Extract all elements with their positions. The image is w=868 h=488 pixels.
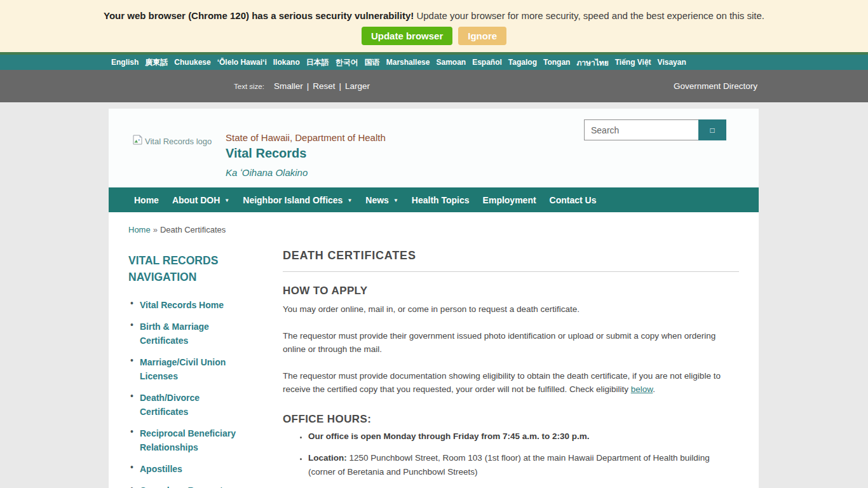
text-size-larger-link[interactable]: Larger (345, 81, 370, 91)
sidebar-item-marriage-civil-union-licenses: Marriage/Civil Union Licenses (128, 355, 243, 383)
sidebar-item-genealogy-requests: Genealogy Requests (128, 484, 243, 488)
sidebar-item-death-divorce-certificates: Death/Divorce Certificates (128, 391, 243, 419)
site-titles: State of Hawaii, Department of Health Vi… (226, 132, 386, 178)
breadcrumb-current: Death Certificates (160, 225, 226, 234)
content-area: VITAL RECORDS NAVIGATION Vital Records H… (109, 249, 759, 488)
site-card: Vital Records logo State of Hawaii, Depa… (109, 109, 759, 488)
language-link-tongan[interactable]: Tongan (543, 58, 570, 67)
government-directory-link[interactable]: Government Directory (674, 81, 757, 91)
breadcrumb-separator: » (153, 225, 158, 234)
text-size-smaller-link[interactable]: Smaller (274, 81, 303, 91)
sidebar: VITAL RECORDS NAVIGATION Vital Records H… (128, 249, 283, 488)
language-link-english[interactable]: English (111, 58, 139, 67)
sidebar-item-reciprocal-beneficiary-relationships: Reciprocal Beneficiary Relationships (128, 426, 243, 454)
eligibility-below-link[interactable]: below (631, 384, 653, 394)
site-header: Vital Records logo State of Hawaii, Depa… (109, 109, 759, 187)
warning-buttons: Update browser Ignore (0, 27, 868, 45)
breadcrumb-home-link[interactable]: Home (128, 225, 151, 234)
logo-alt-text: Vital Records logo (145, 137, 212, 146)
search-box: □ (584, 119, 726, 140)
language-link-thai[interactable]: ภาษาไทย (576, 57, 608, 69)
language-link-marshallese[interactable]: Marshallese (386, 58, 430, 67)
warning-message: Your web browser (Chrome 120) has a seri… (0, 10, 868, 21)
language-link-spanish[interactable]: Español (472, 58, 502, 67)
sidebar-item-apostilles: Apostilles (128, 462, 243, 476)
site-logo[interactable]: Vital Records logo (132, 135, 212, 147)
text-size-reset-link[interactable]: Reset (313, 81, 335, 91)
browser-warning-banner: Your web browser (Chrome 120) has a seri… (0, 0, 868, 52)
site-subtitle: Ka ʻOihana Olakino (226, 167, 386, 178)
breadcrumb: Home»Death Certificates (128, 225, 759, 234)
sidebar-nav-list: Vital Records Home Birth & Marriage Cert… (128, 298, 283, 488)
ignore-button[interactable]: Ignore (458, 27, 506, 45)
chevron-down-icon: ▼ (393, 198, 398, 203)
language-link-vietnamese[interactable]: Tiếng Việt (615, 58, 651, 67)
how-to-apply-paragraph-1: You may order online, mail in, or come i… (283, 302, 739, 316)
language-link-visayan[interactable]: Visayan (658, 58, 686, 67)
main-navigation: Home About DOH▼ Neighbor Island Offices▼… (109, 187, 759, 212)
main-content: DEATH CERTIFICATES HOW TO APPLY You may … (283, 249, 739, 488)
search-button[interactable]: □ (698, 119, 726, 140)
page-background: Vital Records logo State of Hawaii, Depa… (0, 102, 868, 488)
language-link-korean[interactable]: 한국어 (336, 57, 358, 68)
nav-item-health-topics[interactable]: Health Topics (412, 195, 470, 205)
language-link-tagalog[interactable]: Tagalog (508, 58, 537, 67)
office-hours-item: Our office is open Monday through Friday… (308, 430, 739, 444)
page-title: DEATH CERTIFICATES (283, 249, 739, 262)
nav-item-home[interactable]: Home (134, 195, 159, 205)
warning-message-rest: Update your browser for more security, s… (416, 10, 764, 21)
broken-image-icon (132, 135, 143, 147)
warning-message-bold: Your web browser (Chrome 120) has a seri… (104, 10, 414, 21)
update-browser-button[interactable]: Update browser (362, 27, 452, 45)
how-to-apply-paragraph-2: The requestor must provide their governm… (283, 329, 739, 356)
language-link-chuukese[interactable]: Chuukese (174, 58, 210, 67)
language-link-ilokano[interactable]: Ilokano (273, 58, 300, 67)
office-hours-heading: OFFICE HOURS: (283, 413, 739, 426)
nav-item-employment[interactable]: Employment (483, 195, 536, 205)
language-link-samoan[interactable]: Samoan (436, 58, 466, 67)
text-size-label: Text size: (234, 83, 264, 90)
site-title: Vital Records (226, 146, 386, 161)
nav-item-contact-us[interactable]: Contact Us (550, 195, 597, 205)
chevron-down-icon: ▼ (347, 198, 352, 203)
separator: | (307, 81, 309, 91)
nav-item-about-doh[interactable]: About DOH▼ (172, 195, 229, 205)
sidebar-item-vital-records-home: Vital Records Home (128, 298, 243, 312)
sidebar-item-birth-marriage-certificates: Birth & Marriage Certificates (128, 320, 243, 348)
language-bar: English 廣東話 Chuukese ʻŌlelo Hawaiʻi Ilok… (0, 52, 868, 70)
language-link-cantonese[interactable]: 廣東話 (145, 57, 168, 68)
search-input[interactable] (584, 119, 698, 140)
language-link-japanese[interactable]: 日本語 (306, 57, 329, 68)
utility-bar: Text size: Smaller | Reset | Larger Gove… (0, 70, 868, 102)
text-size-controls: Smaller | Reset | Larger (274, 81, 370, 91)
agency-name: State of Hawaii, Department of Health (226, 132, 386, 143)
chevron-down-icon: ▼ (224, 198, 229, 203)
how-to-apply-heading: HOW TO APPLY (283, 285, 739, 297)
nav-item-news[interactable]: News▼ (365, 195, 398, 205)
location-item: Location: 1250 Punchbowl Street, Room 10… (308, 451, 739, 478)
title-divider (283, 271, 739, 272)
language-link-hawaiian[interactable]: ʻŌlelo Hawaiʻi (217, 58, 267, 67)
sidebar-title: VITAL RECORDS NAVIGATION (128, 252, 243, 285)
how-to-apply-paragraph-3: The requestor must provide documentation… (283, 369, 739, 396)
language-link-mandarin[interactable]: 国语 (365, 57, 380, 68)
nav-item-neighbor-island-offices[interactable]: Neighbor Island Offices▼ (243, 195, 352, 205)
office-hours-list: Our office is open Monday through Friday… (283, 430, 739, 488)
separator: | (339, 81, 342, 91)
search-icon: □ (710, 126, 714, 135)
